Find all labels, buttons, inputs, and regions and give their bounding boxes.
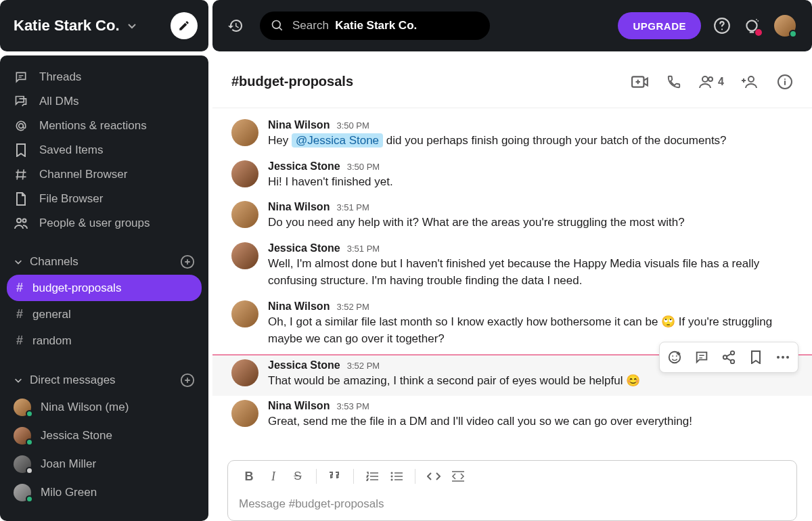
presence-indicator: [26, 438, 33, 446]
svg-point-13: [672, 355, 673, 357]
avatar[interactable]: [231, 119, 258, 146]
presence-indicator: [789, 30, 797, 38]
message-text: Hi! I haven't finished yet.: [268, 173, 793, 191]
italic-button[interactable]: I: [263, 468, 284, 485]
chevron-down-icon: [14, 257, 23, 267]
message-input[interactable]: Message #budget-proposals: [228, 492, 796, 520]
people-icon: [14, 217, 28, 229]
message-text: Do you need any help with it? What are t…: [268, 214, 793, 231]
add-video-button[interactable]: [631, 74, 649, 89]
add-dm-button[interactable]: [180, 373, 195, 388]
chevron-down-icon: [14, 376, 23, 385]
svg-point-4: [23, 219, 26, 223]
ordered-list-button[interactable]: [362, 468, 382, 485]
message-text: Well, I'm almost done but I haven't fini…: [268, 255, 793, 290]
channel-budget-proposals[interactable]: #budget-proposals: [7, 275, 202, 301]
nav-chanbrowser[interactable]: Channel Browser: [7, 162, 202, 187]
chanbrowser-icon: [14, 168, 28, 181]
message-author[interactable]: Jessica Stone: [268, 242, 340, 254]
svg-point-21: [391, 472, 393, 474]
chevron-down-icon: [127, 20, 137, 31]
message: Nina Wilson3:53 PMGreat, send me the fil…: [212, 396, 812, 437]
avatar[interactable]: [231, 300, 258, 327]
nav-threads[interactable]: Threads: [7, 65, 202, 89]
more-actions-button[interactable]: [771, 345, 795, 369]
filebrowser-icon: [14, 192, 28, 206]
bold-button[interactable]: B: [239, 468, 259, 485]
dm-item[interactable]: Milo Green: [7, 478, 202, 507]
quote-button[interactable]: [325, 468, 345, 485]
dm-item[interactable]: Jessica Stone: [7, 422, 202, 450]
thread-button[interactable]: [690, 345, 714, 369]
avatar[interactable]: [231, 359, 258, 386]
call-button[interactable]: [667, 74, 681, 89]
threads-icon: [14, 70, 28, 84]
search-icon: [271, 19, 284, 32]
message: Nina Wilson3:50 PMHey @Jessica Stone did…: [212, 115, 812, 156]
add-channel-button[interactable]: [180, 254, 195, 269]
info-button[interactable]: [777, 74, 793, 90]
message: Jessica Stone3:51 PMWell, I'm almost don…: [212, 238, 812, 296]
svg-point-14: [676, 355, 677, 357]
nav-dms[interactable]: All DMs: [7, 89, 202, 114]
nav-people[interactable]: People & user groups: [7, 211, 202, 235]
avatar[interactable]: [231, 242, 258, 269]
codeblock-button[interactable]: [448, 468, 468, 485]
user-avatar[interactable]: [773, 14, 797, 38]
message-author[interactable]: Jessica Stone: [268, 160, 340, 173]
history-button[interactable]: [227, 18, 244, 34]
upgrade-button[interactable]: UPGRADE: [618, 12, 701, 39]
message-author[interactable]: Nina Wilson: [268, 119, 330, 131]
whats-new-button[interactable]: [743, 17, 761, 35]
channel-title[interactable]: #budget-proposals: [231, 74, 353, 89]
add-reaction-button[interactable]: [662, 345, 687, 369]
members-button[interactable]: 4: [699, 75, 724, 89]
message-author[interactable]: Nina Wilson: [268, 300, 330, 313]
svg-point-20: [786, 356, 789, 359]
hash-icon: #: [16, 307, 23, 321]
top-toolbar: Search Katie Stark Co. UPGRADE: [212, 0, 812, 51]
avatar[interactable]: [231, 160, 258, 187]
dm-item[interactable]: Nina Wilson (me): [7, 393, 202, 422]
message-time: 3:50 PM: [347, 162, 380, 172]
compose-button[interactable]: [171, 12, 198, 39]
message-author[interactable]: Jessica Stone: [268, 359, 340, 371]
nav-mentions[interactable]: Mentions & reactions: [7, 114, 202, 138]
channel-header: #budget-proposals 4: [212, 55, 812, 108]
dms-section-header[interactable]: Direct messages: [7, 367, 202, 393]
search-input[interactable]: Search Katie Stark Co.: [260, 12, 490, 40]
code-button[interactable]: [424, 468, 444, 485]
message-author[interactable]: Nina Wilson: [268, 400, 330, 412]
svg-point-0: [273, 21, 281, 29]
notification-dot: [755, 29, 762, 36]
message-text: That would be amazing, I think a second …: [268, 372, 793, 390]
channel-content: #budget-proposals 4 Nina Wilson3:50 PMHe…: [212, 55, 812, 521]
strike-button[interactable]: S: [288, 468, 308, 485]
nav-filebrowser[interactable]: File Browser: [7, 187, 202, 211]
share-button[interactable]: [717, 345, 741, 369]
svg-point-18: [777, 356, 780, 359]
message: Nina Wilson3:51 PMDo you need any help w…: [212, 197, 812, 238]
add-people-button[interactable]: [742, 74, 759, 89]
channel-general[interactable]: #general: [7, 301, 202, 327]
message-list: Nina Wilson3:50 PMHey @Jessica Stone did…: [212, 108, 812, 453]
svg-point-17: [731, 359, 735, 363]
message-time: 3:51 PM: [336, 202, 369, 212]
presence-indicator: [26, 467, 33, 474]
message-author[interactable]: Nina Wilson: [268, 201, 330, 213]
workspace-switcher[interactable]: Katie Stark Co.: [0, 0, 208, 51]
nav-bookmark[interactable]: Saved Items: [7, 138, 202, 162]
avatar[interactable]: [231, 201, 258, 228]
bullet-list-button[interactable]: [386, 468, 407, 485]
channel-random[interactable]: #random: [7, 327, 202, 354]
svg-point-2: [19, 124, 24, 129]
mention[interactable]: @Jessica Stone: [292, 133, 383, 148]
message-time: 3:51 PM: [347, 244, 380, 254]
svg-point-3: [17, 219, 21, 223]
hash-icon: #: [16, 334, 23, 348]
help-button[interactable]: [713, 17, 731, 35]
avatar[interactable]: [231, 400, 258, 427]
dm-item[interactable]: Joan Miller: [7, 450, 202, 478]
channels-section-header[interactable]: Channels: [7, 249, 202, 275]
bookmark-button[interactable]: [744, 345, 768, 369]
